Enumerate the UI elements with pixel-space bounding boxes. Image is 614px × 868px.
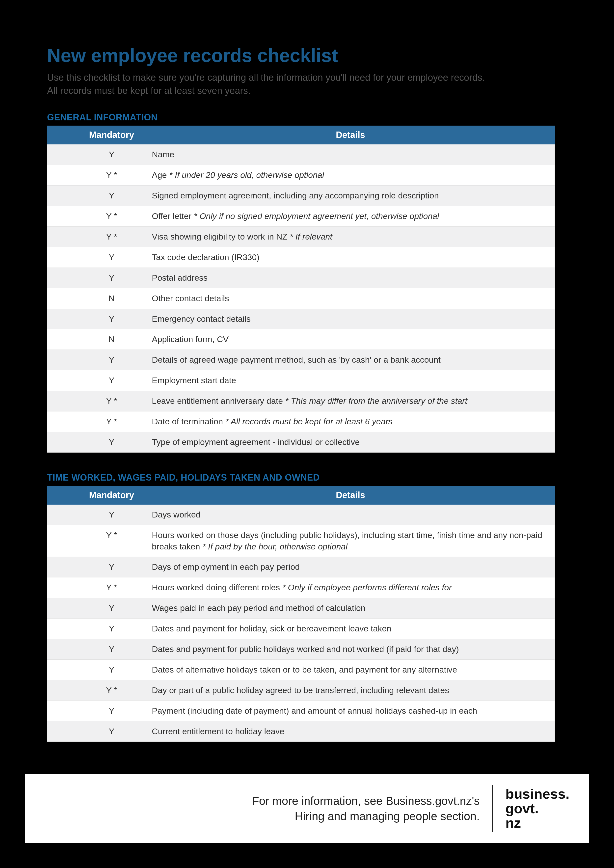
footer-line-2: Hiring and managing people section.	[295, 810, 480, 823]
footer-text: For more information, see Business.govt.…	[252, 793, 480, 824]
details-text: Postal address	[152, 273, 208, 282]
details-text: Details of agreed wage payment method, s…	[152, 355, 440, 364]
details-note: * If under 20 years old, otherwise optio…	[169, 170, 324, 180]
details-text: Application form, CV	[152, 335, 229, 344]
details-text: Age	[152, 170, 167, 180]
mandatory-cell: Y	[77, 504, 146, 525]
col-mandatory: Mandatory	[77, 126, 146, 144]
details-text: Offer letter	[152, 211, 191, 221]
checkbox-cell[interactable]	[47, 308, 77, 329]
checkbox-cell[interactable]	[47, 618, 77, 639]
page-subtitle: Use this checklist to make sure you're c…	[47, 71, 493, 98]
sections-container: GENERAL INFORMATIONMandatoryDetailsYName…	[47, 112, 567, 742]
checkbox-cell[interactable]	[47, 525, 77, 557]
checklist-table: MandatoryDetailsYNameY *Age * If under 2…	[47, 126, 555, 452]
details-cell: Dates and payment for holiday, sick or b…	[146, 618, 555, 639]
col-check	[47, 486, 77, 504]
checkbox-cell[interactable]	[47, 577, 77, 598]
details-text: Current entitlement to holiday leave	[152, 727, 284, 736]
table-row: YPostal address	[47, 268, 555, 288]
checkbox-cell[interactable]	[47, 144, 77, 165]
checkbox-cell[interactable]	[47, 598, 77, 618]
details-cell: Hours worked on those days (including pu…	[146, 525, 555, 557]
details-text: Tax code declaration (IR330)	[152, 253, 260, 262]
details-cell: Emergency contact details	[146, 308, 555, 329]
checkbox-cell[interactable]	[47, 226, 77, 247]
mandatory-cell: Y	[77, 598, 146, 618]
details-cell: Date of termination * All records must b…	[146, 411, 555, 432]
details-text: Visa showing eligibility to work in NZ	[152, 232, 287, 241]
details-cell: Tax code declaration (IR330)	[146, 247, 555, 268]
col-check	[47, 126, 77, 144]
table-row: Y *Hours worked doing different roles * …	[47, 577, 555, 598]
col-details: Details	[146, 126, 555, 144]
details-text: Payment (including date of payment) and …	[152, 706, 477, 715]
mandatory-cell: Y *	[77, 411, 146, 432]
details-text: Dates and payment for holiday, sick or b…	[152, 624, 391, 633]
details-cell: Wages paid in each pay period and method…	[146, 598, 555, 618]
mandatory-cell: Y	[77, 268, 146, 288]
mandatory-cell: Y	[77, 432, 146, 452]
table-row: YSigned employment agreement, including …	[47, 186, 555, 206]
table-row: YWages paid in each pay period and metho…	[47, 598, 555, 618]
details-note: * If relevant	[290, 232, 332, 241]
mandatory-cell: Y *	[77, 577, 146, 598]
table-row: Y *Date of termination * All records mus…	[47, 411, 555, 432]
checkbox-cell[interactable]	[47, 165, 77, 186]
checkbox-cell[interactable]	[47, 206, 77, 227]
details-text: Signed employment agreement, including a…	[152, 191, 439, 200]
details-cell: Leave entitlement anniversary date * Thi…	[146, 391, 555, 411]
table-row: YEmergency contact details	[47, 308, 555, 329]
checkbox-cell[interactable]	[47, 701, 77, 721]
page-title: New employee records checklist	[47, 45, 567, 66]
checkbox-cell[interactable]	[47, 350, 77, 370]
details-cell: Name	[146, 144, 555, 165]
details-note: * Only if no signed employment agreement…	[194, 211, 439, 221]
checkbox-cell[interactable]	[47, 432, 77, 452]
checkbox-cell[interactable]	[47, 391, 77, 411]
checkbox-cell[interactable]	[47, 659, 77, 680]
checkbox-cell[interactable]	[47, 639, 77, 659]
mandatory-cell: Y *	[77, 525, 146, 557]
table-row: YPayment (including date of payment) and…	[47, 701, 555, 721]
checkbox-cell[interactable]	[47, 247, 77, 268]
details-text: Name	[152, 150, 174, 159]
table-row: NOther contact details	[47, 288, 555, 308]
checkbox-cell[interactable]	[47, 268, 77, 288]
mandatory-cell: N	[77, 329, 146, 350]
footer-divider	[492, 785, 493, 832]
checkbox-cell[interactable]	[47, 411, 77, 432]
checkbox-cell[interactable]	[47, 504, 77, 525]
table-row: YDays worked	[47, 504, 555, 525]
details-text: Dates of alternative holidays taken or t…	[152, 665, 457, 674]
table-row: YEmployment start date	[47, 370, 555, 391]
mandatory-cell: Y	[77, 370, 146, 391]
details-text: Emergency contact details	[152, 314, 251, 324]
mandatory-cell: Y	[77, 618, 146, 639]
details-text: Days of employment in each pay period	[152, 562, 300, 572]
table-row: NApplication form, CV	[47, 329, 555, 350]
checkbox-cell[interactable]	[47, 329, 77, 350]
mandatory-cell: Y	[77, 144, 146, 165]
checkbox-cell[interactable]	[47, 721, 77, 742]
checkbox-cell[interactable]	[47, 370, 77, 391]
mandatory-cell: Y	[77, 350, 146, 370]
table-row: YDates and payment for holiday, sick or …	[47, 618, 555, 639]
table-row: YType of employment agreement - individu…	[47, 432, 555, 452]
table-row: YCurrent entitlement to holiday leave	[47, 721, 555, 742]
details-text: Wages paid in each pay period and method…	[152, 603, 366, 612]
col-mandatory: Mandatory	[77, 486, 146, 504]
details-note: * This may differ from the anniversary o…	[285, 396, 467, 406]
section-heading: GENERAL INFORMATION	[47, 112, 567, 122]
details-cell: Hours worked doing different roles * Onl…	[146, 577, 555, 598]
document-page: New employee records checklist Use this …	[47, 45, 567, 761]
checkbox-cell[interactable]	[47, 186, 77, 206]
checkbox-cell[interactable]	[47, 680, 77, 701]
checkbox-cell[interactable]	[47, 557, 77, 577]
details-note: * If paid by the hour, otherwise optiona…	[202, 542, 347, 551]
checkbox-cell[interactable]	[47, 288, 77, 308]
details-cell: Dates of alternative holidays taken or t…	[146, 659, 555, 680]
footer-line-1: For more information, see Business.govt.…	[252, 794, 480, 807]
details-text: Leave entitlement anniversary date	[152, 396, 283, 406]
details-text: Type of employment agreement - individua…	[152, 437, 360, 446]
